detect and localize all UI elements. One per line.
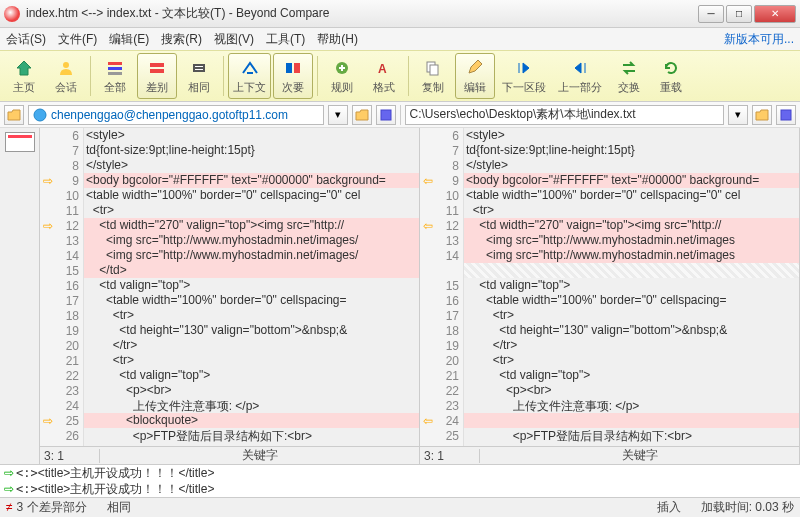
svg-rect-3	[108, 72, 122, 75]
menu-file[interactable]: 文件(F)	[58, 31, 97, 48]
context-icon	[240, 58, 260, 78]
folder-open-icon	[355, 109, 369, 121]
svg-rect-6	[193, 64, 205, 72]
edit-icon	[465, 58, 485, 78]
rules-icon	[332, 58, 352, 78]
svg-rect-8	[195, 69, 203, 70]
all-icon	[105, 58, 125, 78]
next-icon	[514, 58, 534, 78]
arrow-right-icon: ⇨	[4, 466, 14, 480]
home-icon	[14, 58, 34, 78]
right-code[interactable]: <style>td{font-size:9pt;line-height:15pt…	[464, 128, 799, 446]
update-link[interactable]: 新版本可用...	[724, 31, 794, 48]
right-gutter: 6789⇦101112⇦131415161718192021222324⇦25	[420, 128, 464, 446]
save-icon	[780, 109, 792, 121]
titlebar: index.htm <--> index.txt - 文本比较(T) - Bey…	[0, 0, 800, 28]
svg-rect-7	[195, 66, 203, 67]
swap-icon	[619, 58, 639, 78]
svg-point-0	[63, 62, 69, 68]
svg-rect-17	[381, 110, 391, 120]
detail-line: ⇨<:><title>主机开设成功！！！</title>	[0, 465, 800, 481]
right-keyword-label: 关键字	[480, 447, 799, 464]
menu-tools[interactable]: 工具(T)	[266, 31, 305, 48]
toolbar: 主页 会话 全部 差别 相同 上下文 次要 规则 A 格式 复制 编辑	[0, 50, 800, 102]
right-browse-button[interactable]	[752, 105, 772, 125]
left-browse-button[interactable]	[352, 105, 372, 125]
edit-button[interactable]: 编辑	[455, 53, 495, 99]
right-dropdown-button[interactable]: ▾	[728, 105, 748, 125]
right-save-button[interactable]	[776, 105, 796, 125]
nextsection-button[interactable]: 下一区段	[497, 53, 551, 99]
copy-icon	[423, 58, 443, 78]
right-pane-footer: 3: 1 关键字	[420, 446, 799, 464]
left-open-button[interactable]	[4, 105, 24, 125]
close-button[interactable]: ✕	[754, 5, 796, 23]
rules-button[interactable]: 规则	[322, 53, 362, 99]
diff-mark-icon: ≠	[6, 500, 13, 514]
left-cursor-pos: 3: 1	[40, 449, 100, 463]
diff-button[interactable]: 差别	[137, 53, 177, 99]
arrow-right-icon: ⇨	[4, 482, 14, 496]
window-title: index.htm <--> index.txt - 文本比较(T) - Bey…	[26, 5, 698, 22]
left-pane: 6789⇨101112⇨13141516171819202122232425⇨2…	[40, 128, 420, 464]
folder-open-icon	[755, 109, 769, 121]
left-dropdown-button[interactable]: ▾	[328, 105, 348, 125]
format-button[interactable]: A 格式	[364, 53, 404, 99]
prev-icon	[570, 58, 590, 78]
left-keyword-label: 关键字	[100, 447, 419, 464]
detail-line: ⇨<:><title>主机开设成功！！！</title>	[0, 481, 800, 497]
left-path-input[interactable]: chenpenggao@chenpenggao.gotoftp11.com	[28, 105, 324, 125]
prevsection-button[interactable]: 上一部分	[553, 53, 607, 99]
path-row: chenpenggao@chenpenggao.gotoftp11.com ▾ …	[0, 102, 800, 128]
statusbar: ≠3 个差异部分 相同 插入 加载时间: 0.03 秒	[0, 497, 800, 517]
left-pane-footer: 3: 1 关键字	[40, 446, 419, 464]
same-button[interactable]: 相同	[179, 53, 219, 99]
diff-icon	[147, 58, 167, 78]
thumbnail[interactable]	[5, 132, 35, 152]
status-loadtime: 加载时间: 0.03 秒	[701, 499, 794, 516]
app-icon	[4, 6, 20, 22]
status-insert: 插入	[657, 499, 681, 516]
copy-button[interactable]: 复制	[413, 53, 453, 99]
svg-rect-15	[430, 65, 438, 75]
menu-edit[interactable]: 编辑(E)	[109, 31, 149, 48]
context-button[interactable]: 上下文	[228, 53, 271, 99]
svg-point-16	[34, 109, 46, 121]
minor-button[interactable]: 次要	[273, 53, 313, 99]
svg-rect-10	[286, 63, 292, 73]
swap-button[interactable]: 交换	[609, 53, 649, 99]
right-path-input[interactable]: C:\Users\echo\Desktop\素材\本地\index.txt	[405, 105, 725, 125]
thumbnail-strip[interactable]	[0, 128, 40, 464]
minimize-button[interactable]: ─	[698, 5, 724, 23]
status-same: 相同	[107, 499, 131, 516]
left-save-button[interactable]	[376, 105, 396, 125]
status-diffs: 3 个差异部分	[17, 500, 87, 514]
session-icon	[56, 58, 76, 78]
same-icon	[189, 58, 209, 78]
menu-session[interactable]: 会话(S)	[6, 31, 46, 48]
globe-icon	[33, 108, 47, 122]
detail-view: ⇨<:><title>主机开设成功！！！</title> ⇨<:><title>…	[0, 464, 800, 497]
save-icon	[380, 109, 392, 121]
right-cursor-pos: 3: 1	[420, 449, 480, 463]
minor-icon	[283, 58, 303, 78]
home-button[interactable]: 主页	[4, 53, 44, 99]
folder-icon	[7, 109, 21, 121]
svg-rect-5	[150, 69, 164, 73]
right-pane: 6789⇦101112⇦131415161718192021222324⇦25 …	[420, 128, 800, 464]
svg-rect-18	[781, 110, 791, 120]
reload-button[interactable]: 重载	[651, 53, 691, 99]
menu-search[interactable]: 搜索(R)	[161, 31, 202, 48]
all-button[interactable]: 全部	[95, 53, 135, 99]
session-button[interactable]: 会话	[46, 53, 86, 99]
svg-rect-11	[294, 63, 300, 73]
maximize-button[interactable]: □	[726, 5, 752, 23]
reload-icon	[661, 58, 681, 78]
svg-rect-9	[247, 72, 253, 74]
left-code[interactable]: <style>td{font-size:9pt;line-height:15pt…	[84, 128, 419, 446]
menu-view[interactable]: 视图(V)	[214, 31, 254, 48]
format-icon: A	[374, 58, 394, 78]
left-gutter: 6789⇨101112⇨13141516171819202122232425⇨2…	[40, 128, 84, 446]
menu-help[interactable]: 帮助(H)	[317, 31, 358, 48]
menubar: 会话(S) 文件(F) 编辑(E) 搜索(R) 视图(V) 工具(T) 帮助(H…	[0, 28, 800, 50]
